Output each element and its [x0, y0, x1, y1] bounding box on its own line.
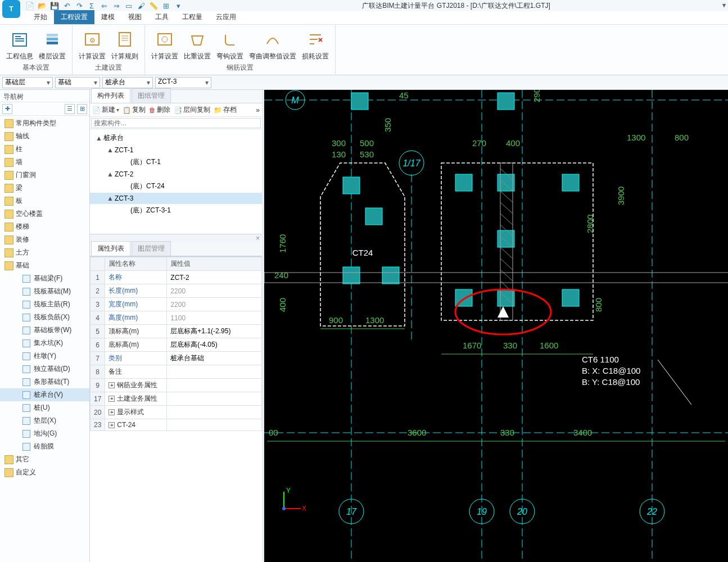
nav-group[interactable]: 柱: [0, 143, 89, 156]
tab-quantity[interactable]: 工程量: [175, 10, 209, 24]
component-tree-row[interactable]: ▲桩承台: [90, 132, 262, 144]
nav-subitem[interactable]: 地沟(G): [0, 427, 89, 440]
property-row[interactable]: 9+钢筋业务属性: [91, 379, 262, 392]
qat-open-icon[interactable]: 📂: [37, 1, 47, 11]
btn-calc-rules[interactable]: 计算规则: [110, 27, 140, 61]
property-row[interactable]: 23+CT-24: [91, 419, 262, 431]
expand-icon[interactable]: +: [108, 422, 115, 428]
tab-project-settings[interactable]: 工程设置: [54, 10, 94, 24]
property-row[interactable]: 5顶标高(m)层底标高+1.1(-2.95): [91, 325, 262, 338]
nav-group[interactable]: 墙: [0, 156, 89, 169]
btn-delete[interactable]: 🗑删除: [149, 105, 170, 115]
category-select[interactable]: 基础: [55, 77, 100, 88]
floor-select[interactable]: 基础层: [2, 77, 53, 88]
property-row[interactable]: 2长度(mm)2200: [91, 284, 262, 298]
qat-new-icon[interactable]: 📄: [25, 1, 35, 11]
nav-add-icon[interactable]: ✚: [2, 104, 12, 114]
expand-icon[interactable]: ▲: [96, 134, 101, 142]
component-tree-row[interactable]: ▲ZCT-2: [90, 169, 262, 180]
nav-view1-icon[interactable]: ☰: [65, 104, 75, 114]
qat-region-icon[interactable]: ▭: [124, 1, 134, 11]
nav-view2-icon[interactable]: ⊞: [77, 104, 87, 114]
nav-subitem[interactable]: 柱墩(Y): [0, 350, 89, 362]
nav-group[interactable]: 板: [0, 194, 89, 207]
btn-loss[interactable]: 损耗设置: [300, 27, 331, 61]
nav-group[interactable]: 基础: [0, 259, 89, 272]
nav-subitem[interactable]: 筏板基础(M): [0, 285, 89, 298]
nav-subitem[interactable]: 条形基础(T): [0, 375, 89, 388]
property-value[interactable]: 层底标高+1.1(-2.95): [167, 325, 262, 338]
property-row[interactable]: 20+显示样式: [91, 406, 262, 419]
tab-cloud[interactable]: 云应用: [209, 10, 243, 24]
btn-calc-settings[interactable]: ⚙计算设置: [77, 27, 107, 61]
nav-group[interactable]: 梁: [0, 182, 89, 194]
expand-icon[interactable]: ▲: [107, 194, 112, 202]
nav-subitem[interactable]: 集水坑(K): [0, 337, 89, 350]
qat-left-icon[interactable]: ⇐: [99, 1, 109, 11]
component-tree-row[interactable]: ▲ZCT-3: [90, 193, 262, 204]
property-value[interactable]: [167, 419, 262, 431]
qat-paint-icon[interactable]: 🖌: [136, 1, 146, 11]
btn-new[interactable]: 📄新建: [92, 105, 119, 115]
expand-icon[interactable]: ▲: [107, 170, 112, 178]
property-value[interactable]: [167, 406, 262, 419]
app-logo[interactable]: T: [2, 0, 20, 18]
nav-group[interactable]: 装修: [0, 233, 89, 246]
component-tree-row[interactable]: (底）CT-1: [90, 156, 262, 169]
property-value[interactable]: [167, 365, 262, 379]
qat-save-icon[interactable]: 💾: [49, 1, 60, 11]
expand-icon[interactable]: +: [108, 409, 115, 415]
property-row[interactable]: 1名称ZCT-2: [91, 271, 262, 284]
qat-grid-icon[interactable]: ⊞: [161, 1, 171, 11]
drawing-canvas[interactable]: M 1/17 17 19 20 22 45 2900 300 500 270 4…: [264, 90, 728, 562]
property-close-icon[interactable]: ×: [256, 234, 260, 243]
qat-sigma-icon[interactable]: Σ: [87, 1, 97, 11]
nav-group[interactable]: 楼梯: [0, 220, 89, 233]
property-value[interactable]: 层底标高(-4.05): [167, 338, 262, 352]
tab-tools[interactable]: 工具: [148, 10, 175, 24]
nav-subitem[interactable]: 垫层(X): [0, 414, 89, 427]
tab-properties[interactable]: 属性列表: [91, 241, 130, 256]
tab-layer-mgmt[interactable]: 图层管理: [132, 241, 171, 256]
property-value[interactable]: [167, 392, 262, 406]
tab-component-list[interactable]: 构件列表: [91, 88, 130, 103]
property-row[interactable]: 7类别桩承台基础: [91, 352, 262, 365]
expand-icon[interactable]: +: [108, 382, 115, 388]
btn-floor-settings[interactable]: 楼层设置: [37, 27, 67, 61]
nav-subitem[interactable]: 筏板负筋(X): [0, 311, 89, 324]
btn-copy[interactable]: 📋复制: [123, 105, 146, 115]
property-value[interactable]: 1100: [167, 311, 262, 325]
nav-group[interactable]: 其它: [0, 453, 89, 466]
property-value[interactable]: 2200: [167, 284, 262, 298]
btn-floor-copy[interactable]: 📑层间复制: [174, 105, 210, 115]
tab-view[interactable]: 视图: [121, 10, 148, 24]
btn-archive[interactable]: 📁存档: [214, 105, 237, 115]
btn-more[interactable]: »: [256, 106, 260, 114]
property-value[interactable]: 桩承台基础: [167, 352, 262, 365]
nav-subitem[interactable]: 基础梁(F): [0, 272, 89, 285]
property-row[interactable]: 6底标高(m)层底标高(-4.05): [91, 338, 262, 352]
nav-subitem[interactable]: 独立基础(D): [0, 362, 89, 375]
nav-group[interactable]: 常用构件类型: [0, 117, 89, 130]
nav-subitem[interactable]: 基础板带(W): [0, 324, 89, 337]
btn-rebar-calc[interactable]: 计算设置: [150, 27, 180, 61]
btn-hook[interactable]: 弯钩设置: [215, 27, 245, 61]
property-row[interactable]: 3宽度(mm)2200: [91, 298, 262, 311]
btn-weight[interactable]: 比重设置: [182, 27, 212, 61]
nav-subitem[interactable]: 筏板主筋(R): [0, 298, 89, 311]
nav-subitem[interactable]: 砖胎膜: [0, 440, 89, 453]
tab-start[interactable]: 开始: [27, 10, 54, 24]
tab-drawing-mgmt[interactable]: 图纸管理: [132, 88, 171, 103]
nav-group[interactable]: 空心楼盖: [0, 207, 89, 220]
property-value[interactable]: [167, 379, 262, 392]
property-row[interactable]: 4高度(mm)1100: [91, 311, 262, 325]
component-search-input[interactable]: [91, 118, 261, 128]
nav-group[interactable]: 门窗洞: [0, 169, 89, 182]
property-row[interactable]: 8备注: [91, 365, 262, 379]
expand-icon[interactable]: ▲: [107, 146, 112, 154]
qat-dropdown-icon[interactable]: ▾: [173, 1, 183, 11]
property-value[interactable]: ZCT-2: [167, 271, 262, 284]
component-tree-row[interactable]: ▲ZCT-1: [90, 144, 262, 156]
nav-group[interactable]: 轴线: [0, 130, 89, 143]
qat-right-icon[interactable]: ⇒: [111, 1, 121, 11]
